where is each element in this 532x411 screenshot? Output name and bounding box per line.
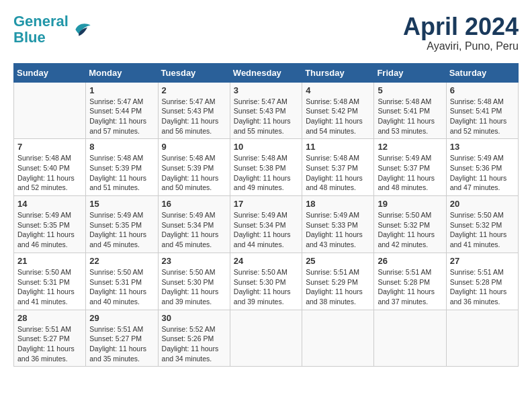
- day-info: Sunrise: 5:50 AMSunset: 5:32 PMDaylight:…: [378, 210, 442, 250]
- day-info: Sunrise: 5:49 AMSunset: 5:36 PMDaylight:…: [450, 153, 515, 193]
- day-number: 22: [89, 256, 154, 266]
- day-number: 6: [450, 85, 515, 95]
- day-info: Sunrise: 5:49 AMSunset: 5:35 PMDaylight:…: [17, 210, 82, 250]
- day-number: 15: [89, 199, 154, 209]
- calendar-cell: [230, 310, 302, 367]
- calendar-cell: 19Sunrise: 5:50 AMSunset: 5:32 PMDayligh…: [374, 196, 446, 253]
- day-number: 4: [306, 85, 370, 95]
- calendar-cell: 3Sunrise: 5:47 AMSunset: 5:43 PMDaylight…: [230, 82, 302, 139]
- header-row: SundayMondayTuesdayWednesdayThursdayFrid…: [14, 63, 519, 82]
- day-number: 25: [306, 256, 370, 266]
- calendar-cell: 14Sunrise: 5:49 AMSunset: 5:35 PMDayligh…: [14, 196, 86, 253]
- day-number: 3: [234, 85, 298, 95]
- day-info: Sunrise: 5:47 AMSunset: 5:44 PMDaylight:…: [89, 97, 154, 136]
- day-number: 14: [17, 199, 82, 209]
- day-number: 30: [162, 313, 226, 323]
- column-header-thursday: Thursday: [302, 63, 374, 82]
- day-number: 26: [378, 256, 442, 266]
- day-number: 2: [162, 85, 226, 95]
- location: Ayaviri, Puno, Peru: [403, 40, 519, 52]
- title-block: April 2024 Ayaviri, Puno, Peru: [403, 13, 519, 52]
- calendar-cell: [14, 82, 86, 139]
- calendar-cell: 30Sunrise: 5:52 AMSunset: 5:26 PMDayligh…: [158, 310, 230, 367]
- calendar-cell: 10Sunrise: 5:48 AMSunset: 5:38 PMDayligh…: [230, 139, 302, 196]
- day-number: 19: [378, 199, 442, 209]
- day-info: Sunrise: 5:47 AMSunset: 5:43 PMDaylight:…: [162, 97, 226, 136]
- day-number: 7: [17, 142, 82, 152]
- day-number: 8: [89, 142, 154, 152]
- week-row-5: 28Sunrise: 5:51 AMSunset: 5:27 PMDayligh…: [14, 310, 519, 367]
- calendar-cell: [374, 310, 446, 367]
- calendar-cell: 21Sunrise: 5:50 AMSunset: 5:31 PMDayligh…: [14, 253, 86, 310]
- calendar-cell: 7Sunrise: 5:48 AMSunset: 5:40 PMDaylight…: [14, 139, 86, 196]
- page-header: General Blue April 2024 Ayaviri, Puno, P…: [13, 13, 519, 52]
- day-number: 21: [17, 256, 82, 266]
- calendar-cell: 16Sunrise: 5:49 AMSunset: 5:34 PMDayligh…: [158, 196, 230, 253]
- day-number: 13: [450, 142, 515, 152]
- day-info: Sunrise: 5:47 AMSunset: 5:43 PMDaylight:…: [234, 97, 298, 136]
- column-header-sunday: Sunday: [14, 63, 86, 82]
- week-row-3: 14Sunrise: 5:49 AMSunset: 5:35 PMDayligh…: [14, 196, 519, 253]
- day-info: Sunrise: 5:49 AMSunset: 5:33 PMDaylight:…: [306, 210, 370, 250]
- day-info: Sunrise: 5:51 AMSunset: 5:29 PMDaylight:…: [306, 267, 370, 307]
- day-info: Sunrise: 5:51 AMSunset: 5:27 PMDaylight:…: [17, 324, 82, 364]
- calendar-cell: 26Sunrise: 5:51 AMSunset: 5:28 PMDayligh…: [374, 253, 446, 310]
- day-info: Sunrise: 5:49 AMSunset: 5:35 PMDaylight:…: [89, 210, 154, 250]
- calendar-cell: 6Sunrise: 5:48 AMSunset: 5:41 PMDaylight…: [446, 82, 518, 139]
- calendar-cell: 15Sunrise: 5:49 AMSunset: 5:35 PMDayligh…: [86, 196, 158, 253]
- calendar-cell: 17Sunrise: 5:49 AMSunset: 5:34 PMDayligh…: [230, 196, 302, 253]
- month-title: April 2024: [403, 13, 519, 40]
- logo-bird-icon: [71, 20, 93, 39]
- day-info: Sunrise: 5:49 AMSunset: 5:37 PMDaylight:…: [378, 153, 442, 193]
- day-info: Sunrise: 5:50 AMSunset: 5:30 PMDaylight:…: [234, 267, 298, 307]
- day-info: Sunrise: 5:50 AMSunset: 5:30 PMDaylight:…: [162, 267, 226, 307]
- day-info: Sunrise: 5:50 AMSunset: 5:31 PMDaylight:…: [89, 267, 154, 307]
- calendar-cell: 4Sunrise: 5:48 AMSunset: 5:42 PMDaylight…: [302, 82, 374, 139]
- calendar-table: SundayMondayTuesdayWednesdayThursdayFrid…: [13, 63, 519, 367]
- day-info: Sunrise: 5:48 AMSunset: 5:39 PMDaylight:…: [162, 153, 226, 193]
- calendar-cell: 23Sunrise: 5:50 AMSunset: 5:30 PMDayligh…: [158, 253, 230, 310]
- week-row-1: 1Sunrise: 5:47 AMSunset: 5:44 PMDaylight…: [14, 82, 519, 139]
- day-info: Sunrise: 5:50 AMSunset: 5:31 PMDaylight:…: [17, 267, 82, 307]
- calendar-cell: 27Sunrise: 5:51 AMSunset: 5:28 PMDayligh…: [446, 253, 518, 310]
- day-number: 1: [89, 85, 154, 95]
- column-header-friday: Friday: [374, 63, 446, 82]
- day-number: 29: [89, 313, 154, 323]
- day-info: Sunrise: 5:48 AMSunset: 5:42 PMDaylight:…: [306, 97, 370, 136]
- day-number: 16: [162, 199, 226, 209]
- day-number: 28: [17, 313, 82, 323]
- calendar-cell: [302, 310, 374, 367]
- logo-line2: Blue: [13, 29, 46, 46]
- day-number: 24: [234, 256, 298, 266]
- calendar-cell: 2Sunrise: 5:47 AMSunset: 5:43 PMDaylight…: [158, 82, 230, 139]
- day-info: Sunrise: 5:51 AMSunset: 5:28 PMDaylight:…: [450, 267, 515, 307]
- calendar-cell: 25Sunrise: 5:51 AMSunset: 5:29 PMDayligh…: [302, 253, 374, 310]
- day-number: 10: [234, 142, 298, 152]
- column-header-wednesday: Wednesday: [230, 63, 302, 82]
- calendar-cell: 9Sunrise: 5:48 AMSunset: 5:39 PMDaylight…: [158, 139, 230, 196]
- day-number: 12: [378, 142, 442, 152]
- day-number: 18: [306, 199, 370, 209]
- day-info: Sunrise: 5:49 AMSunset: 5:34 PMDaylight:…: [234, 210, 298, 250]
- day-number: 5: [378, 85, 442, 95]
- day-info: Sunrise: 5:51 AMSunset: 5:27 PMDaylight:…: [89, 324, 154, 364]
- week-row-4: 21Sunrise: 5:50 AMSunset: 5:31 PMDayligh…: [14, 253, 519, 310]
- day-number: 20: [450, 199, 515, 209]
- day-number: 17: [234, 199, 298, 209]
- day-number: 11: [306, 142, 370, 152]
- day-info: Sunrise: 5:49 AMSunset: 5:34 PMDaylight:…: [162, 210, 226, 250]
- day-info: Sunrise: 5:48 AMSunset: 5:39 PMDaylight:…: [89, 153, 154, 193]
- calendar-cell: 20Sunrise: 5:50 AMSunset: 5:32 PMDayligh…: [446, 196, 518, 253]
- column-header-tuesday: Tuesday: [158, 63, 230, 82]
- calendar-cell: 18Sunrise: 5:49 AMSunset: 5:33 PMDayligh…: [302, 196, 374, 253]
- calendar-cell: 12Sunrise: 5:49 AMSunset: 5:37 PMDayligh…: [374, 139, 446, 196]
- calendar-cell: 28Sunrise: 5:51 AMSunset: 5:27 PMDayligh…: [14, 310, 86, 367]
- day-info: Sunrise: 5:48 AMSunset: 5:38 PMDaylight:…: [234, 153, 298, 193]
- calendar-cell: 29Sunrise: 5:51 AMSunset: 5:27 PMDayligh…: [86, 310, 158, 367]
- calendar-cell: 11Sunrise: 5:48 AMSunset: 5:37 PMDayligh…: [302, 139, 374, 196]
- calendar-cell: 22Sunrise: 5:50 AMSunset: 5:31 PMDayligh…: [86, 253, 158, 310]
- calendar-cell: 5Sunrise: 5:48 AMSunset: 5:41 PMDaylight…: [374, 82, 446, 139]
- day-info: Sunrise: 5:48 AMSunset: 5:41 PMDaylight:…: [378, 97, 442, 136]
- day-number: 23: [162, 256, 226, 266]
- day-info: Sunrise: 5:48 AMSunset: 5:41 PMDaylight:…: [450, 97, 515, 136]
